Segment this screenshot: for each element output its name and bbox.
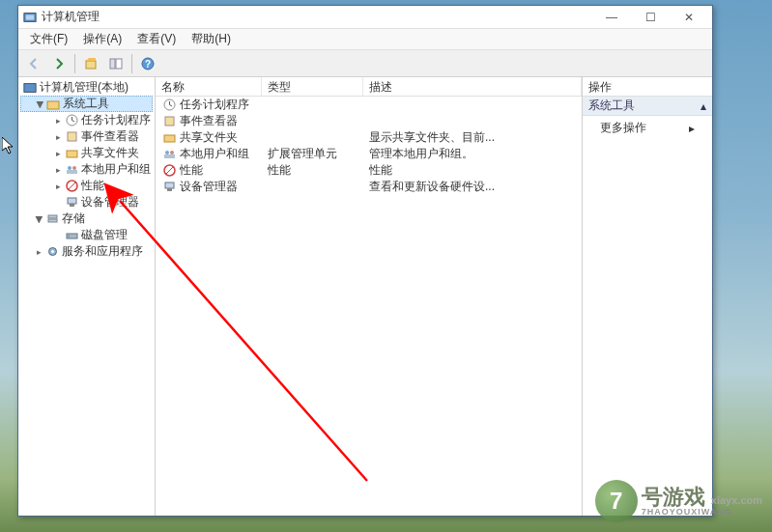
menu-view[interactable]: 查看(V) [129, 29, 184, 49]
device-icon [161, 180, 177, 195]
expand-icon[interactable]: ▸ [53, 132, 64, 142]
svg-rect-17 [70, 204, 74, 207]
svg-rect-25 [165, 117, 174, 126]
actions-header: 操作 [583, 77, 712, 97]
app-icon [22, 10, 38, 25]
expand-icon[interactable]: ▸ [53, 182, 64, 191]
svg-rect-16 [68, 198, 76, 204]
tree-local-users[interactable]: ▸ 本地用户和组 [20, 161, 153, 178]
tree-services[interactable]: ▸ 服务和应用程序 [20, 243, 153, 260]
titlebar: 计算机管理 — ☐ ✕ [18, 6, 712, 29]
event-icon [161, 114, 177, 129]
svg-point-23 [51, 250, 54, 253]
watermark-badge-icon: 7 [595, 480, 638, 522]
actions-panel: 操作 系统工具 ▴ 更多操作 ▸ [583, 77, 712, 516]
column-desc[interactable]: 描述 [363, 77, 582, 96]
services-icon [44, 244, 60, 260]
column-type[interactable]: 类型 [262, 77, 363, 96]
event-icon [64, 129, 79, 145]
svg-rect-10 [68, 132, 76, 141]
menubar: 文件(F) 操作(A) 查看(V) 帮助(H) [18, 29, 712, 50]
expand-icon[interactable]: ▸ [53, 116, 64, 126]
tree-root[interactable]: 计算机管理(本地) [20, 79, 153, 96]
svg-point-12 [68, 166, 71, 170]
svg-point-13 [72, 166, 76, 170]
collapse-icon[interactable]: ⯆ [34, 214, 44, 224]
show-hide-button[interactable] [104, 52, 128, 75]
tree-performance[interactable]: ▸ 性能 [20, 178, 153, 194]
column-name[interactable]: 名称 [156, 77, 262, 96]
svg-rect-11 [67, 151, 77, 157]
users-icon [161, 147, 177, 162]
tree-disk-management[interactable]: 磁盘管理 [20, 227, 153, 243]
expand-icon[interactable]: ▸ [53, 149, 64, 158]
list-item[interactable]: 本地用户和组 扩展管理单元 管理本地用户和组。 [156, 146, 582, 162]
device-icon [64, 195, 79, 210]
expand-icon[interactable]: ▸ [34, 247, 44, 257]
folder-share-icon [64, 146, 79, 161]
window-title: 计算机管理 [42, 9, 592, 25]
list-panel: 名称 类型 描述 任务计划程序 事件查看器 共享文件夹 显示 [156, 77, 583, 516]
toolbar: ? [18, 50, 712, 77]
collapse-triangle-icon: ▴ [701, 99, 706, 113]
svg-rect-19 [48, 219, 57, 222]
back-button[interactable] [22, 52, 45, 75]
list-item[interactable]: 任务计划程序 [156, 97, 582, 113]
svg-rect-2 [86, 61, 96, 69]
help-button[interactable]: ? [136, 52, 159, 75]
svg-point-28 [170, 151, 174, 154]
tree-storage[interactable]: ⯆ 存储 [20, 210, 153, 227]
maximize-button[interactable]: ☐ [631, 7, 670, 28]
minimize-button[interactable]: — [592, 7, 631, 28]
menu-help[interactable]: 帮助(H) [184, 29, 239, 49]
tree-task-scheduler[interactable]: ▸ 任务计划程序 [20, 112, 153, 128]
tools-icon [45, 97, 61, 112]
list-body: 任务计划程序 事件查看器 共享文件夹 显示共享文件夹、目前... 本地用户和组 … [156, 97, 582, 516]
storage-icon [44, 211, 60, 227]
computer-management-window: 计算机管理 — ☐ ✕ 文件(F) 操作(A) 查看(V) 帮助(H) ? [17, 5, 713, 517]
svg-rect-32 [167, 188, 172, 191]
svg-rect-8 [47, 101, 59, 109]
list-item[interactable]: 设备管理器 查看和更新设备硬件设... [156, 179, 582, 195]
svg-rect-7 [24, 83, 36, 92]
expand-icon[interactable]: ▸ [53, 165, 64, 175]
svg-text:?: ? [145, 59, 151, 70]
list-item[interactable]: 性能 性能 性能 [156, 162, 582, 179]
menu-action[interactable]: 操作(A) [75, 29, 129, 49]
tree-event-viewer[interactable]: ▸ 事件查看器 [20, 128, 153, 145]
svg-point-27 [165, 151, 169, 154]
watermark: 7 号游戏 xiayx.com 7HAOYOUXIWANG [595, 480, 762, 522]
disk-icon [64, 228, 79, 243]
performance-icon [161, 163, 177, 179]
actions-more[interactable]: 更多操作 ▸ [583, 116, 712, 140]
list-item[interactable]: 共享文件夹 显示共享文件夹、目前... [156, 129, 582, 146]
chevron-right-icon: ▸ [689, 122, 695, 135]
tree-panel: 计算机管理(本地) ⯆ 系统工具 ▸ 任务计划程序 ▸ 事件查看器 ▸ 共享文件… [18, 77, 156, 516]
svg-rect-3 [110, 59, 115, 69]
svg-rect-4 [116, 59, 122, 69]
close-button[interactable]: ✕ [670, 7, 708, 28]
clock-icon [64, 113, 79, 128]
tree-shared-folders[interactable]: ▸ 共享文件夹 [20, 145, 153, 161]
svg-rect-26 [164, 135, 175, 142]
svg-rect-31 [165, 182, 174, 188]
folder-share-icon [161, 130, 177, 146]
menu-file[interactable]: 文件(F) [22, 29, 75, 49]
svg-rect-18 [48, 215, 57, 218]
performance-icon [64, 179, 79, 194]
svg-point-21 [68, 236, 70, 238]
actions-group-header[interactable]: 系统工具 ▴ [583, 97, 712, 116]
list-header: 名称 类型 描述 [156, 77, 582, 97]
forward-button[interactable] [47, 52, 71, 75]
collapse-icon[interactable]: ⯆ [35, 99, 45, 109]
up-button[interactable] [79, 52, 102, 75]
svg-rect-1 [26, 14, 35, 19]
tree-device-manager[interactable]: 设备管理器 [20, 194, 153, 210]
tree-system-tools[interactable]: ⯆ 系统工具 [20, 96, 153, 112]
svg-rect-29 [164, 154, 175, 158]
users-icon [64, 162, 79, 178]
svg-rect-14 [67, 170, 77, 174]
clock-icon [161, 98, 177, 113]
computer-icon [22, 80, 38, 96]
list-item[interactable]: 事件查看器 [156, 113, 582, 129]
